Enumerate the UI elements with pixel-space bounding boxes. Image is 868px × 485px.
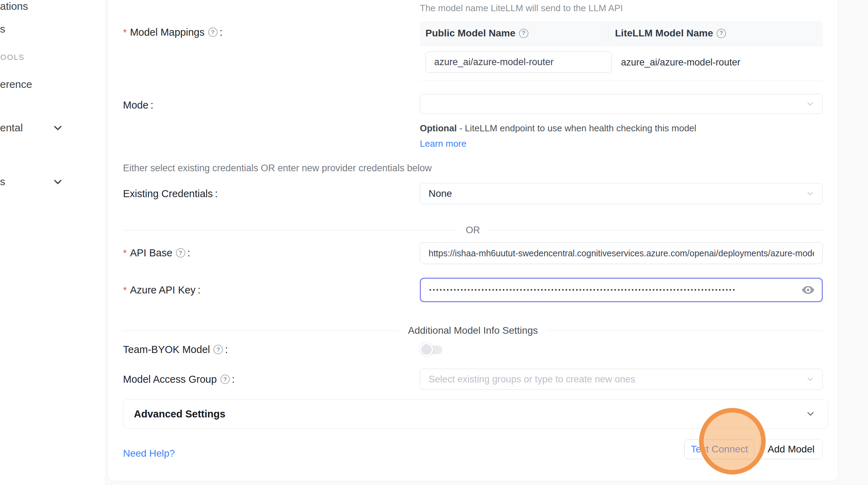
advanced-settings-title: Advanced Settings <box>134 408 225 420</box>
learn-more-link[interactable]: Learn more <box>420 138 466 149</box>
required-asterisk: * <box>123 247 127 258</box>
help-icon[interactable]: ? <box>176 248 185 258</box>
required-asterisk: * <box>123 284 127 296</box>
model-mapping-table-header: Public Model Name ? LiteLLM Model Name ? <box>420 21 823 46</box>
chevron-down-icon <box>805 409 816 419</box>
credentials-note: Either select existing credentials OR en… <box>123 163 432 174</box>
masked-api-key-value: ••••••••••••••••••••••••••••••••••••••••… <box>429 286 736 293</box>
required-asterisk: * <box>123 27 127 38</box>
or-divider: OR <box>123 225 823 236</box>
help-icon[interactable]: ? <box>220 375 230 384</box>
model-access-group-label: Model Access Group ? : <box>123 374 235 385</box>
toggle-knob <box>420 343 433 356</box>
public-model-name-header: Public Model Name ? <box>425 28 528 39</box>
model-mappings-label: * Model Mappings ? : <box>123 27 223 38</box>
mode-label: Mode : <box>123 99 153 111</box>
column-divider <box>608 24 608 42</box>
existing-credentials-select[interactable]: None <box>420 183 823 204</box>
help-icon[interactable]: ? <box>519 29 528 38</box>
model-access-group-placeholder: Select existing groups or type to create… <box>429 374 635 385</box>
toggle-password-visibility-button[interactable] <box>800 282 816 298</box>
help-icon[interactable]: ? <box>213 345 223 354</box>
team-byok-label: Team-BYOK Model ? : <box>123 344 228 355</box>
table-row-separator <box>420 81 823 81</box>
azure-api-key-label: * Azure API Key : <box>123 284 200 296</box>
additional-info-divider-text: Additional Model Info Settings <box>399 325 547 336</box>
eye-icon <box>801 283 815 297</box>
public-model-name-input[interactable] <box>425 51 612 73</box>
additional-info-divider: Additional Model Info Settings <box>123 325 823 336</box>
help-icon[interactable]: ? <box>208 28 218 37</box>
add-model-screen: ations s TOOLS erence ental s The model … <box>0 0 868 485</box>
team-byok-toggle[interactable] <box>423 346 442 354</box>
mode-help-text: Optional - LiteLLM endpoint to use when … <box>420 120 718 151</box>
litellm-model-name-helper: The model name LiteLLM will send to the … <box>420 3 623 14</box>
need-help-link[interactable]: Need Help? <box>123 448 175 459</box>
chevron-down-icon <box>806 375 815 384</box>
advanced-settings-panel[interactable]: Advanced Settings <box>123 399 828 429</box>
chevron-down-icon <box>806 99 815 109</box>
chevron-down-icon <box>806 189 815 198</box>
azure-api-key-input[interactable]: ••••••••••••••••••••••••••••••••••••••••… <box>420 278 823 302</box>
add-model-button[interactable]: Add Model <box>759 439 823 459</box>
test-connect-button[interactable]: Test Connect <box>684 439 754 459</box>
or-divider-text: OR <box>457 225 489 236</box>
model-access-group-select[interactable]: Select existing groups or type to create… <box>420 369 823 390</box>
mode-select[interactable] <box>420 94 823 114</box>
help-icon[interactable]: ? <box>717 29 726 38</box>
litellm-model-name-value: azure_ai/azure-model-router <box>621 57 740 68</box>
existing-credentials-value: None <box>429 188 452 199</box>
api-base-label: * API Base ? : <box>123 247 190 259</box>
existing-credentials-label: Existing Credentials : <box>123 188 218 200</box>
api-base-input[interactable] <box>420 242 823 264</box>
litellm-model-name-header: LiteLLM Model Name ? <box>615 28 726 39</box>
